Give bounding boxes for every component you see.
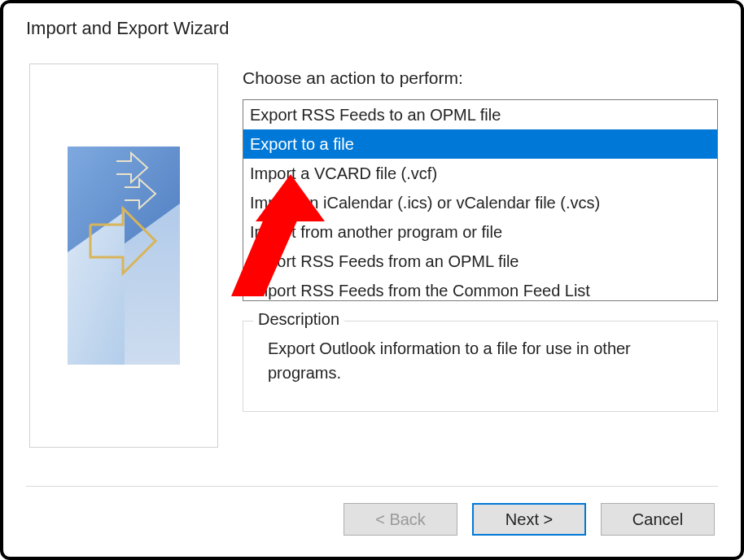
- back-button: < Back: [344, 503, 457, 536]
- action-item[interactable]: Export to a file: [243, 129, 717, 159]
- right-pane: Choose an action to perform: Export RSS …: [243, 63, 718, 471]
- action-list[interactable]: Export RSS Feeds to an OPML file Export …: [243, 99, 718, 301]
- button-row: < Back Next > Cancel: [3, 487, 741, 557]
- wizard-graphic-icon: [68, 147, 180, 365]
- wizard-content: Choose an action to perform: Export RSS …: [3, 49, 741, 471]
- window-title: Import and Export Wizard: [3, 3, 741, 49]
- action-item[interactable]: Import from another program or file: [243, 217, 717, 247]
- action-item[interactable]: Import RSS Feeds from an OPML file: [243, 247, 717, 276]
- action-item[interactable]: Export RSS Feeds to an OPML file: [243, 100, 717, 129]
- wizard-graphic-pane: [29, 63, 218, 448]
- description-legend: Description: [253, 310, 344, 329]
- action-item[interactable]: Import a VCARD file (.vcf): [243, 159, 717, 188]
- prompt-label: Choose an action to perform:: [243, 68, 718, 88]
- description-group: Description Export Outlook information t…: [243, 321, 718, 412]
- next-button[interactable]: Next >: [472, 503, 586, 536]
- description-text: Export Outlook information to a file for…: [268, 336, 702, 385]
- cancel-button[interactable]: Cancel: [601, 503, 715, 536]
- action-item[interactable]: Import an iCalendar (.ics) or vCalendar …: [243, 188, 717, 217]
- action-item[interactable]: Import RSS Feeds from the Common Feed Li…: [243, 276, 717, 301]
